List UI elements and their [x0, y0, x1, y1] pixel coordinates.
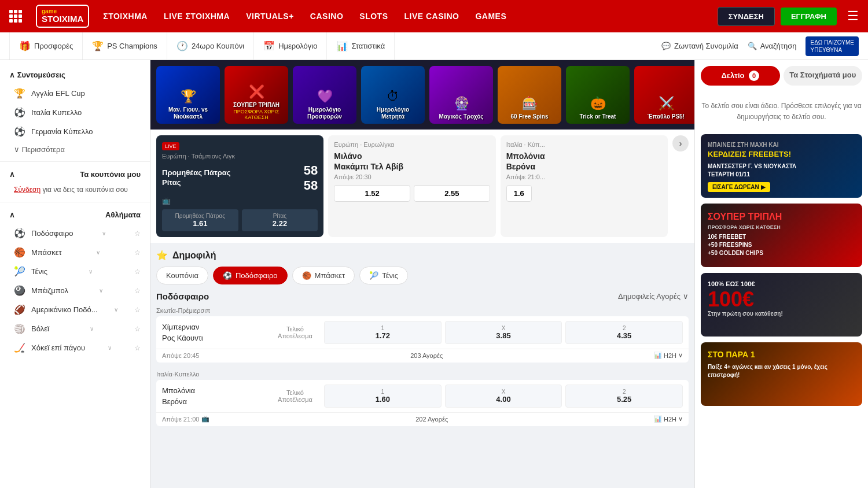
search-btn[interactable]: 🔍 Αναζήτηση — [748, 42, 797, 50]
match1-odd2-cell[interactable]: 2 4.35 — [565, 321, 683, 344]
popular-table-header: Ποδόσφαιρο Δημοφιλείς Αγορές ∨ — [156, 291, 689, 301]
sidebar-item-baseball[interactable]: 🎱 Μπέιζμπολ ∨ ☆ — [0, 281, 150, 300]
live-chat-btn[interactable]: 💬 Ζωντανή Συνομιλία — [661, 42, 738, 50]
volleyball-label: Βόλεϊ — [31, 324, 49, 333]
match1-team1: Προμηθέας Πάτρας — [162, 168, 231, 177]
nav-virtuals[interactable]: VIRTUALS+ — [246, 12, 294, 21]
promo-banner-ps-champ[interactable]: ΜΠΑΙΝΕΙΣ ΣΤΗ ΜΑΧΗ ΚΑΙ ΚΕΡΔΙΖΕΙΣ FREEBETS… — [701, 134, 862, 198]
promo-banner-100[interactable]: 100% ΕΩΣ 100€ 100€ Στην πρώτη σου κατάθε… — [701, 273, 862, 337]
tab-tennis[interactable]: 🎾 Τένις — [359, 267, 408, 284]
nav-24coupon[interactable]: 🕐 24ωρο Κουπόνι — [167, 32, 254, 60]
match2-odd2-btn[interactable]: 2.55 — [414, 185, 490, 202]
nav-slots[interactable]: SLOTS — [359, 12, 388, 21]
promo1-cta-btn[interactable]: ΕΙΣΑΓΕ ΔΩΡΕΑΝ ▶ — [708, 182, 770, 192]
match-cards-next-button[interactable]: › — [672, 135, 689, 151]
germany-label: Γερμανία Κύπελλο — [31, 127, 93, 136]
promo-banner-para1[interactable]: ΣΤΟ ΠΑΡΑ 1 Παίξε 4+ αγώνες και αν χάσεις… — [701, 342, 862, 406]
tab-basketball-label: Μπάσκετ — [315, 271, 345, 280]
carousel-item-trick[interactable]: 🎃 Trick or Treat — [566, 66, 630, 124]
nav-live-casino[interactable]: LIVE CASINO — [404, 12, 459, 21]
carousel-item-freespins[interactable]: 🎰 60 Free Spins — [498, 66, 561, 124]
sidebar-more-btn[interactable]: ∨ Περισσότερα — [0, 141, 150, 158]
match1-odd1-btn[interactable]: Προμηθέας Πάτρας 1.61 — [162, 209, 238, 231]
sidebar-item-germany-cup[interactable]: ⚽ Γερμανία Κύπελλο — [0, 122, 150, 141]
sports-header[interactable]: ∧ Αθλήματα — [0, 206, 150, 224]
carousel-item-wheel[interactable]: 🎡 Μαγικός Τροχός — [429, 66, 493, 124]
nav-live-stoixima[interactable]: LIVE ΣΤΟΙΧΗΜΑ — [164, 12, 230, 21]
match1-odds-header: Τελικό Αποτέλεσμα — [272, 326, 318, 339]
match1-odd2-btn[interactable]: Ρίτας 2.22 — [242, 209, 318, 231]
top-navigation: game STOIXIMA ΣΤΟΙΧΗΜΑ LIVE ΣΤΟΙΧΗΜΑ VIR… — [0, 0, 868, 32]
tab-football[interactable]: ⚽ Ποδόσφαιρο — [213, 267, 288, 284]
betslip-tab-inactive[interactable]: Τα Στοιχήματά μου — [784, 66, 863, 86]
nav-stoixima[interactable]: ΣΤΟΙΧΗΜΑ — [103, 12, 148, 21]
match-card-prometheaspatra: LIVE Ευρώπη · Τσάμπιονς Λιγκ Προμηθέας Π… — [156, 135, 323, 237]
nav-offers[interactable]: 🎁 Προσφορές — [9, 32, 83, 60]
responsible-gambling-badge[interactable]: ΕΔΩ ΠΑΙΖΟΥΜΕ ΥΠΕΥΘΥΝΑ — [806, 36, 859, 56]
promo1-cta[interactable]: ΕΙΣΑΓΕ ΔΩΡΕΑΝ ▶ — [708, 182, 855, 192]
tab-basketball[interactable]: 🏀 Μπάσκετ — [292, 267, 355, 284]
nav-ps-champions[interactable]: 🏆 PS Champions — [83, 32, 167, 60]
match1-popular-markets[interactable]: 203 Αγορές — [410, 352, 443, 359]
nav-casino[interactable]: CASINO — [310, 12, 343, 21]
nav-stats[interactable]: 📊 Στατιστικά — [327, 32, 395, 60]
popular-title: Δημοφιλή — [172, 250, 216, 261]
sidebar-item-american-football[interactable]: 🏈 Αμερικάνικο Ποδό... ∨ ☆ — [0, 300, 150, 319]
sidebar-item-italy-cup[interactable]: ⚽ Ιταλία Κυπελλο — [0, 103, 150, 122]
match1-row-footer: Απόψε 20:45 203 Αγορές 📊 H2H ∨ — [156, 349, 689, 363]
match2-oddX-label-pop: Χ — [448, 389, 560, 395]
match2-team1: Μιλάνο — [334, 151, 490, 161]
nav-offers-label: Προσφορές — [34, 42, 73, 50]
nav-stats-label: Στατιστικά — [351, 42, 385, 50]
match1-odd1-label: Προμηθέας Πάτρας — [165, 213, 235, 219]
carousel-item-offer[interactable]: 💜 Ημερολόγιο Προσφορών — [293, 66, 356, 124]
promo2-title: ΣΟΥΠΕΡ ΤΡΙΠΛΗ — [708, 210, 855, 223]
sidebar-item-hockey[interactable]: 🏒 Χόκεϊ επί πάγου ∨ ☆ — [0, 338, 150, 357]
carousel-item-calendar[interactable]: ⏱ Ημερολόγιο Μετρητά — [361, 66, 425, 124]
match2-popular-markets[interactable]: 202 Αγορές — [415, 416, 448, 423]
tab-coupon[interactable]: Κουπόνια — [156, 267, 208, 284]
tv-icon-2: 📺 — [201, 415, 209, 423]
top-nav-right: ΣΥΝΔΕΣΗ ΕΓΓΡΑΦΗ ☰ — [718, 7, 859, 26]
sidebar-item-volleyball[interactable]: 🏐 Βόλεϊ ∨ ☆ — [0, 319, 150, 338]
sidebar-item-tennis[interactable]: 🎾 Τένις ∨ ☆ — [0, 262, 150, 281]
carousel-item-ps-champ[interactable]: 🏆 Μαν. Γιουν. vs Νιούκαστλ — [156, 66, 220, 124]
nav-calendar[interactable]: 📅 Ημερολόγιο — [254, 32, 327, 60]
nav-games[interactable]: GAMES — [475, 12, 506, 21]
sidebar-item-football[interactable]: ⚽ Ποδόσφαιρο ∨ ☆ — [0, 224, 150, 243]
match1-row-teams: Χίμπερνιαν Ρος Κάουντι — [162, 321, 266, 344]
promo3-desc: Στην πρώτη σου κατάθεση! — [708, 310, 855, 318]
site-logo[interactable]: game STOIXIMA — [36, 5, 89, 28]
match1-league: Ευρώπη · Τσάμπιονς Λιγκ — [162, 153, 318, 160]
match2-odd1-cell[interactable]: 1 1.60 — [324, 385, 442, 408]
carousel-item-triple[interactable]: ❌ ΣΟΥΠΕΡ ΤΡΙΠΛΗ ΠΡΟΣΦΟΡΑ ΧΩΡΙΣ ΚΑΤΘΕΣΗ — [225, 66, 288, 124]
match2-h2h-btn[interactable]: 📊 H2H ∨ — [654, 415, 683, 423]
sidebar-item-basketball[interactable]: 🏀 Μπάσκετ ∨ ☆ — [0, 243, 150, 262]
baseball-label: Μπέιζμπολ — [31, 286, 68, 295]
match2-odd2-cell[interactable]: 2 5.25 — [565, 385, 683, 408]
carousel-item-battles[interactable]: ⚔️ Έπαθλο PS5! — [634, 66, 694, 124]
shortcuts-header[interactable]: ∧ Συντομεύσεις — [0, 66, 150, 84]
grid-menu-icon[interactable] — [9, 10, 22, 23]
match1-odd1-cell[interactable]: 1 1.72 — [324, 321, 442, 344]
sidebar-item-efl[interactable]: 🏆 Αγγλία EFL Cup — [0, 84, 150, 103]
popular-markets-btn[interactable]: Δημοφιλείς Αγορές ∨ — [618, 292, 689, 301]
match1-footer: Προμηθέας Πάτρας 1.61 Ρίτας 2.22 — [162, 209, 318, 231]
betslip-tab-active[interactable]: Δελτίο 0 — [701, 66, 780, 86]
login-button[interactable]: ΣΥΝΔΕΣΗ — [718, 7, 775, 26]
match3-odd-btn[interactable]: 1.6 — [506, 185, 532, 202]
match2-odds-header: Τελικό Αποτέλεσμα — [272, 389, 318, 403]
match2-time-section: Απόψε 21:00 📺 — [162, 415, 209, 423]
match2-odd1-btn[interactable]: 1.52 — [334, 185, 410, 202]
gift-icon: 🎁 — [19, 40, 31, 51]
promo1-sub2: ΜΑΝΤΣΕΣΤΕΡ Γ. VS ΝΙΟΥΚΑΣΤΛ — [708, 162, 855, 171]
match2-oddX-cell[interactable]: Χ 4.00 — [445, 385, 562, 408]
register-button[interactable]: ΕΓΓΡΑΦΗ — [781, 8, 837, 25]
promo-banner-triple[interactable]: ΣΟΥΠΕΡ ΤΡΙΠΛΗ ΠΡΟΣΦΟΡΑ ΧΩΡΙΣ ΚΑΤΘΕΣΗ 10€… — [701, 204, 862, 267]
match1-h2h-btn[interactable]: 📊 H2H ∨ — [654, 352, 683, 359]
coupon-login-link[interactable]: Σύνδεση — [14, 186, 41, 194]
hamburger-icon[interactable]: ☰ — [847, 9, 859, 24]
my-coupons-header[interactable]: ∧ Τα κουπόνια μου — [0, 165, 150, 183]
match1-popular-team1: Χίμπερνιαν — [162, 321, 266, 333]
match1-oddX-cell[interactable]: Χ 3.85 — [445, 321, 562, 344]
